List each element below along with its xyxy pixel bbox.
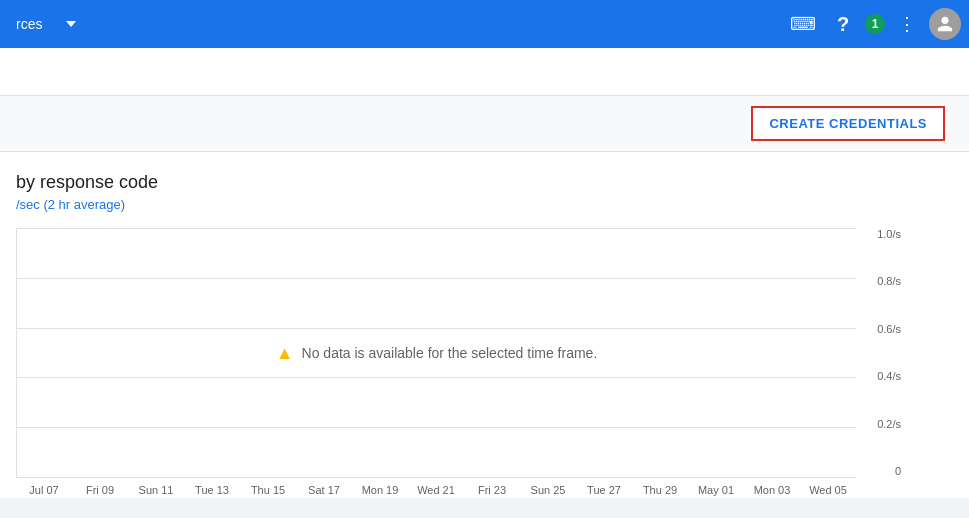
x-label-1: Fri 09: [72, 484, 128, 496]
more-options-button[interactable]: ⋮: [889, 6, 925, 42]
chart-subtitle: /sec (2 hr average): [16, 197, 969, 212]
grid-line-top: [17, 228, 856, 229]
x-label-14: Wed 05: [800, 484, 856, 496]
terminal-button[interactable]: ⌨: [785, 6, 821, 42]
y-label-0: 1.0/s: [877, 228, 901, 240]
navbar: rces ⌨ ? 1 ⋮: [0, 0, 969, 48]
x-label-4: Thu 15: [240, 484, 296, 496]
y-label-4: 0.2/s: [877, 418, 901, 430]
no-data-text: No data is available for the selected ti…: [302, 345, 598, 361]
help-button[interactable]: ?: [825, 6, 861, 42]
x-label-9: Sun 25: [520, 484, 576, 496]
create-credentials-button[interactable]: CREATE CREDENTIALS: [751, 106, 945, 141]
navbar-left: rces: [8, 16, 84, 32]
x-label-12: May 01: [688, 484, 744, 496]
grid-line-2: [17, 328, 856, 329]
x-label-8: Fri 23: [464, 484, 520, 496]
navbar-right: ⌨ ? 1 ⋮: [785, 6, 961, 42]
y-label-1: 0.8/s: [877, 275, 901, 287]
x-label-2: Sun 11: [128, 484, 184, 496]
y-label-5: 0: [877, 465, 901, 477]
notification-badge[interactable]: 1: [865, 14, 885, 34]
more-icon: ⋮: [898, 13, 916, 35]
grid-line-4: [17, 427, 856, 428]
x-axis: Jul 07 Fri 09 Sun 11 Tue 13 Thu 15 Sat 1…: [16, 478, 856, 496]
terminal-icon: ⌨: [790, 13, 816, 35]
chart-title: by response code: [16, 172, 969, 193]
help-icon: ?: [837, 13, 849, 36]
y-axis: 1.0/s 0.8/s 0.6/s 0.4/s 0.2/s 0: [877, 228, 901, 477]
notification-count: 1: [872, 17, 879, 31]
x-label-0: Jul 07: [16, 484, 72, 496]
chevron-down-icon: [66, 21, 76, 27]
y-label-3: 0.4/s: [877, 370, 901, 382]
no-data-message: ▲ No data is available for the selected …: [276, 342, 598, 363]
credentials-bar: CREATE CREDENTIALS: [0, 96, 969, 152]
x-label-7: Wed 21: [408, 484, 464, 496]
y-label-2: 0.6/s: [877, 323, 901, 335]
x-label-6: Mon 19: [352, 484, 408, 496]
main-content: by response code /sec (2 hr average) ▲ N…: [0, 152, 969, 498]
chart-area: ▲ No data is available for the selected …: [16, 228, 856, 478]
grid-line-3: [17, 377, 856, 378]
x-label-3: Tue 13: [184, 484, 240, 496]
x-label-13: Mon 03: [744, 484, 800, 496]
avatar[interactable]: [929, 8, 961, 40]
x-label-11: Thu 29: [632, 484, 688, 496]
x-label-5: Sat 17: [296, 484, 352, 496]
user-icon: [936, 15, 954, 33]
warning-icon: ▲: [276, 342, 294, 363]
chart-wrapper: ▲ No data is available for the selected …: [16, 228, 856, 496]
app-title: rces: [8, 16, 50, 32]
project-dropdown[interactable]: [58, 17, 84, 31]
grid-line-1: [17, 278, 856, 279]
x-label-10: Tue 27: [576, 484, 632, 496]
secondary-nav: [0, 48, 969, 96]
